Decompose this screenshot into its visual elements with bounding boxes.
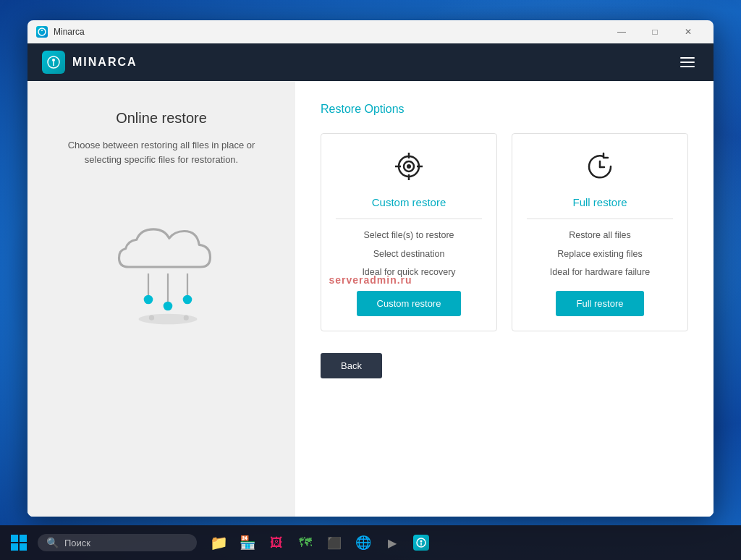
app-logo-text: MINARCA <box>72 56 137 69</box>
title-bar-title: Minarca <box>54 27 599 37</box>
section-title: Restore Options <box>321 103 688 116</box>
title-bar: Minarca — □ ✕ <box>27 20 714 43</box>
cmd-taskbar-icon[interactable]: ▶ <box>379 530 405 556</box>
svg-point-0 <box>38 28 46 35</box>
title-bar-icon <box>36 26 48 38</box>
full-feature-3: Ideal for hardware failure <box>550 266 650 279</box>
svg-point-3 <box>52 59 55 61</box>
svg-rect-23 <box>11 535 18 542</box>
sidebar: Online restore Choose between restoring … <box>27 81 295 517</box>
hamburger-line-2 <box>680 61 695 63</box>
search-icon: 🔍 <box>46 537 59 548</box>
svg-point-13 <box>184 315 189 321</box>
back-button[interactable]: Back <box>321 353 382 378</box>
custom-card-divider <box>336 219 482 219</box>
file-explorer-taskbar-icon[interactable]: 📁 <box>206 530 232 556</box>
minarca-taskbar-icon[interactable] <box>408 530 434 556</box>
svg-point-1 <box>41 30 43 31</box>
app-window: Minarca — □ ✕ MINARCA <box>27 20 714 517</box>
app-header: MINARCA <box>27 43 714 81</box>
custom-restore-title: Custom restore <box>372 196 446 208</box>
app-body: Online restore Choose between restoring … <box>27 81 714 517</box>
custom-feature-3: Ideal for quick recovery <box>362 266 455 279</box>
svg-point-8 <box>144 295 153 305</box>
store-taskbar-icon[interactable]: 🏪 <box>234 530 261 556</box>
sidebar-description: Choose between restoring all files in pl… <box>67 138 255 166</box>
full-restore-button[interactable]: Full restore <box>556 291 643 316</box>
minimize-button[interactable]: — <box>605 20 638 43</box>
cloud-illustration <box>89 195 234 326</box>
maps-taskbar-icon[interactable]: 🗺 <box>292 530 318 556</box>
svg-rect-26 <box>20 543 27 551</box>
custom-feature-2: Select destination <box>373 248 445 261</box>
custom-restore-card[interactable]: Custom restore Select file(s) to restore… <box>321 133 497 331</box>
taskbar-center-icons: 📁 🏪 🖼 🗺 ⬛ 🌐 ▶ <box>206 530 434 556</box>
search-text: Поиск <box>64 538 90 548</box>
full-restore-card[interactable]: Full restore Restore all files Replace e… <box>512 133 688 331</box>
hamburger-line-1 <box>680 57 695 59</box>
taskbar-search[interactable]: 🔍 Поиск <box>38 534 197 551</box>
close-button[interactable]: ✕ <box>672 20 705 43</box>
app-content: MINARCA Online restore Choose between re… <box>27 43 714 517</box>
custom-restore-button[interactable]: Custom restore <box>357 291 462 316</box>
terminal-taskbar-icon[interactable]: ⬛ <box>321 530 347 556</box>
custom-restore-icon <box>394 151 424 186</box>
svg-point-10 <box>183 295 192 305</box>
svg-point-12 <box>149 315 154 321</box>
full-restore-icon <box>585 151 615 186</box>
logo-icon <box>42 51 65 74</box>
custom-feature-1: Select file(s) to restore <box>363 229 454 242</box>
options-row: Custom restore Select file(s) to restore… <box>321 133 688 331</box>
sidebar-title: Online restore <box>116 110 207 127</box>
svg-point-11 <box>139 314 198 324</box>
svg-point-28 <box>420 540 423 543</box>
svg-rect-25 <box>11 543 18 551</box>
main-content: Restore Options <box>295 81 714 517</box>
maximize-button[interactable]: □ <box>638 20 672 43</box>
hamburger-menu[interactable] <box>676 53 699 72</box>
full-feature-2: Replace existing files <box>557 248 642 261</box>
svg-point-9 <box>164 302 173 311</box>
hamburger-line-3 <box>680 66 695 67</box>
title-bar-controls: — □ ✕ <box>605 20 705 43</box>
svg-rect-24 <box>20 535 27 542</box>
taskbar: 🔍 Поиск 📁 🏪 🖼 🗺 ⬛ 🌐 ▶ <box>0 525 741 560</box>
app-logo: MINARCA <box>42 51 137 74</box>
full-restore-title: Full restore <box>572 196 627 208</box>
edge-taskbar-icon[interactable]: 🌐 <box>350 530 376 556</box>
photos-taskbar-icon[interactable]: 🖼 <box>263 530 289 556</box>
windows-logo-icon <box>10 534 27 551</box>
full-feature-1: Restore all files <box>569 229 630 242</box>
svg-point-20 <box>407 164 411 169</box>
start-button[interactable] <box>6 530 32 556</box>
full-card-divider <box>527 219 673 219</box>
